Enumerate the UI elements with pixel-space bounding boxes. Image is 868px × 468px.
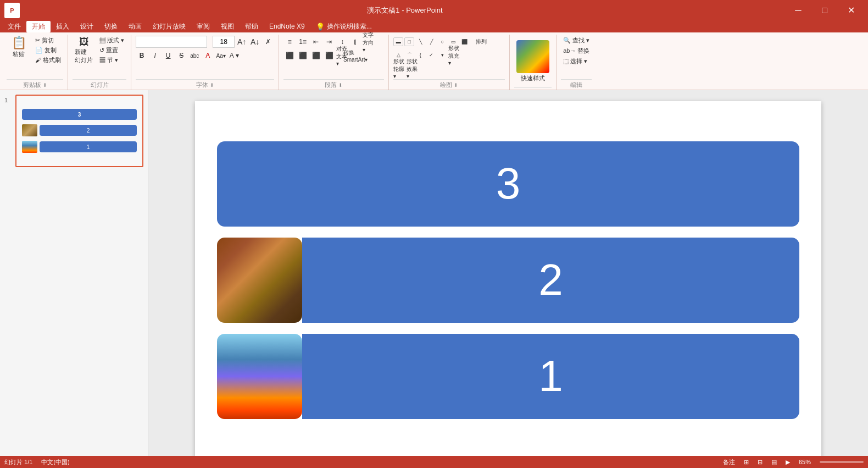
cut-button[interactable]: ✂ 剪切 bbox=[33, 36, 63, 45]
slide-thumbnail[interactable]: 3 2 1 bbox=[15, 95, 143, 167]
slide-box-2[interactable]: 2 bbox=[302, 238, 799, 323]
format-painter-button[interactable]: 🖌 格式刷 bbox=[33, 56, 63, 65]
menu-help[interactable]: 帮助 bbox=[240, 21, 264, 32]
section-button[interactable]: ☰ 节 ▾ bbox=[97, 56, 126, 65]
quick-styles-button[interactable]: 快速样式 bbox=[514, 39, 552, 84]
align-right-button[interactable]: ⬛ bbox=[310, 49, 322, 62]
paste-button[interactable]: 📋 粘贴 bbox=[7, 36, 31, 59]
align-left-button[interactable]: ⬛ bbox=[283, 49, 296, 62]
slide-box-3[interactable]: 3 bbox=[217, 141, 799, 227]
shape-rect-button[interactable]: ▬ bbox=[393, 37, 403, 46]
font-size-input[interactable]: 18 bbox=[213, 36, 235, 48]
char-spacing-button[interactable]: A ▾ bbox=[228, 49, 240, 62]
thumb-image-rocky bbox=[22, 124, 37, 136]
bullet-list-button[interactable]: ≡ bbox=[283, 36, 296, 48]
thumb-image-sky bbox=[22, 141, 37, 153]
layout-button[interactable]: ▦ 版式 ▾ bbox=[97, 36, 126, 45]
view-reading-button[interactable]: ▤ bbox=[771, 459, 777, 466]
underline-button[interactable]: U bbox=[162, 49, 174, 62]
slide-image-rocky[interactable] bbox=[217, 238, 302, 323]
slide-panel: 1 3 2 1 bbox=[0, 90, 148, 468]
menu-transition[interactable]: 切换 bbox=[99, 21, 123, 32]
italic-button[interactable]: I bbox=[149, 49, 161, 62]
menu-animation[interactable]: 动画 bbox=[123, 21, 147, 32]
shape-more-button[interactable]: ⬛ bbox=[459, 37, 469, 46]
zoom-slider[interactable] bbox=[820, 461, 864, 463]
minimize-button[interactable]: ─ bbox=[786, 2, 811, 18]
view-normal-button[interactable]: ⊞ bbox=[744, 459, 749, 466]
shape-effect-button[interactable]: 形状效果▾ bbox=[407, 62, 419, 74]
copy-button[interactable]: 📄 复制 bbox=[33, 46, 63, 55]
ribbon-group-edit: 🔍 查找 ▾ ab→ 替换 ⬚ 选择 ▾ 编辑 bbox=[557, 35, 596, 90]
shape-check-button[interactable]: ✓ bbox=[426, 51, 436, 59]
shape-expand-button[interactable]: ▾ bbox=[437, 51, 447, 59]
shape-rect2-button[interactable]: □ bbox=[404, 37, 414, 46]
paste-icon: 📋 bbox=[12, 37, 26, 49]
menu-file[interactable]: 文件 bbox=[2, 21, 26, 32]
shadow-button[interactable]: abc bbox=[188, 49, 201, 62]
ribbon-group-slides: 🖼 新建幻灯片 ▦ 版式 ▾ ↺ 重置 ☰ 节 ▾ 幻灯片 bbox=[68, 35, 131, 90]
text-direction-button[interactable]: 文字方向▾ bbox=[363, 36, 375, 48]
reset-button[interactable]: ↺ 重置 bbox=[97, 46, 126, 55]
slide-thumb-container: 1 3 2 1 bbox=[4, 95, 143, 167]
numbered-list-button[interactable]: 1≡ bbox=[297, 36, 309, 48]
menu-view[interactable]: 视图 bbox=[215, 21, 240, 32]
font-size-up-button[interactable]: A↑ bbox=[236, 36, 248, 48]
menu-review[interactable]: 审阅 bbox=[191, 21, 215, 32]
menu-endnote[interactable]: EndNote X9 bbox=[264, 21, 310, 31]
decrease-indent-button[interactable]: ⇤ bbox=[310, 36, 322, 48]
slide-item-1[interactable]: 1 bbox=[217, 334, 799, 419]
main-area: 1 3 2 1 bbox=[0, 90, 868, 468]
shape-line-button[interactable]: ╲ bbox=[415, 37, 425, 46]
new-slide-button[interactable]: 🖼 新建幻灯片 bbox=[73, 36, 95, 65]
view-slideshow-button[interactable]: ▶ bbox=[786, 459, 790, 466]
arrange-button[interactable]: 排列 bbox=[470, 36, 492, 48]
font-name-input[interactable] bbox=[136, 36, 207, 48]
menu-home[interactable]: 开始 bbox=[26, 21, 51, 32]
language-info: 中文(中国) bbox=[41, 458, 69, 466]
maximize-button[interactable]: □ bbox=[812, 2, 837, 18]
replace-button[interactable]: ab→ 替换 bbox=[561, 46, 592, 56]
menu-slideshow[interactable]: 幻灯片放映 bbox=[147, 21, 191, 32]
convert-smartart-button[interactable]: 转换SmartArt▾ bbox=[349, 49, 361, 62]
shape-circle-button[interactable]: ○ bbox=[437, 37, 447, 46]
font-color-button[interactable]: A bbox=[202, 49, 214, 62]
quickstyles-label bbox=[514, 87, 552, 90]
strikethrough-button[interactable]: S bbox=[175, 49, 187, 62]
clear-format-button[interactable]: ✗ bbox=[262, 36, 274, 48]
shape-outline-button[interactable]: 形状轮廓▾ bbox=[393, 62, 405, 74]
font-case-button[interactable]: Aa▾ bbox=[215, 49, 227, 62]
menu-insert[interactable]: 插入 bbox=[51, 21, 75, 32]
title-bar: P 演示文稿1 - PowerPoint ─ □ ✕ bbox=[0, 0, 868, 20]
slide-item-3[interactable]: 3 bbox=[217, 141, 799, 227]
window-controls: ─ □ ✕ bbox=[786, 2, 864, 18]
shape-line2-button[interactable]: ╱ bbox=[426, 37, 436, 46]
canvas-area[interactable]: G XI网 system.com 3 2 1 bbox=[148, 90, 868, 468]
slides-label: 幻灯片 bbox=[73, 79, 126, 90]
find-button[interactable]: 🔍 查找 ▾ bbox=[561, 36, 592, 45]
slide-image-sky[interactable] bbox=[217, 334, 302, 419]
menu-search[interactable]: 💡 操作说明搜索... bbox=[310, 21, 377, 32]
slide-box-1[interactable]: 1 bbox=[302, 334, 799, 419]
app-icon: P bbox=[4, 3, 20, 18]
align-center-button[interactable]: ⬛ bbox=[297, 49, 309, 62]
font-size-down-button[interactable]: A↓ bbox=[249, 36, 261, 48]
menu-design[interactable]: 设计 bbox=[75, 21, 99, 32]
slide-item-2[interactable]: 2 bbox=[217, 238, 799, 323]
view-browse-button[interactable]: ⊟ bbox=[758, 459, 763, 466]
increase-indent-button[interactable]: ⇥ bbox=[323, 36, 335, 48]
columns-button[interactable]: ⫿ bbox=[349, 36, 361, 48]
slide-canvas[interactable]: G XI网 system.com 3 2 1 bbox=[195, 101, 821, 459]
status-bar: 幻灯片 1/1 中文(中国) 备注 ⊞ ⊟ ▤ ▶ 65% bbox=[0, 456, 868, 468]
select-button[interactable]: ⬚ 选择 ▾ bbox=[561, 57, 589, 66]
menu-bar: 文件 开始 插入 设计 切换 动画 幻灯片放映 审阅 视图 帮助 EndNote… bbox=[0, 20, 868, 32]
ribbon-group-quickstyles: 快速样式 bbox=[510, 35, 557, 90]
close-button[interactable]: ✕ bbox=[838, 2, 864, 18]
notes-button[interactable]: 备注 bbox=[723, 458, 735, 466]
ribbon-group-paragraph: ≡ 1≡ ⇤ ⇥ ↕ ⫿ 文字方向▾ ⬛ ⬛ ⬛ ⬛ 对齐文本▾ 转换Smart… bbox=[279, 35, 389, 90]
edit-label: 编辑 bbox=[561, 79, 592, 90]
justify-button[interactable]: ⬛ bbox=[323, 49, 335, 62]
ribbon-group-font: 18 A↑ A↓ ✗ B I U S abc A Aa▾ A ▾ 字体 ⬇ bbox=[131, 35, 279, 90]
shape-fill-button[interactable]: 形状填充▾ bbox=[448, 49, 460, 61]
bold-button[interactable]: B bbox=[136, 49, 148, 62]
